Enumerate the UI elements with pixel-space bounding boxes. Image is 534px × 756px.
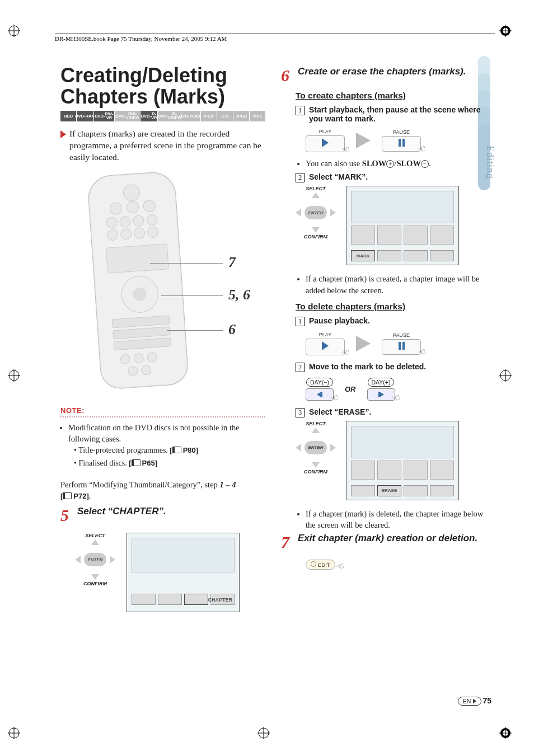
perform-instruction: Perform “Modifying Thumbnail/Category”, … <box>60 479 265 502</box>
arrow-right-icon <box>356 133 371 148</box>
format-badge: HDD <box>60 111 76 122</box>
substep-number: 1 <box>296 317 305 326</box>
hand-icon: ☜ <box>340 143 352 156</box>
tv-screen-chapter: CHAPTER <box>127 533 240 612</box>
select-confirm-pad: SELECT ENTER CONFIRM <box>75 533 115 586</box>
substep-number: 3 <box>296 408 305 417</box>
tv-screen-mark: MARK <box>346 186 459 265</box>
remote-icon <box>87 171 189 390</box>
format-badge: DVD-R-VR <box>140 111 158 122</box>
dotted-rule <box>60 416 265 417</box>
note-list: Modification on the DVD discs is not pos… <box>60 422 265 469</box>
format-badge: DVD-R-VIDEO <box>158 111 180 122</box>
pause-button-icon: ☜ <box>382 136 421 152</box>
confirm-label: CONFIRM <box>304 469 327 475</box>
day-minus-button: DAY(−) <box>306 378 333 387</box>
format-badge: JPEG <box>233 111 249 122</box>
step-5: 5 Select “CHAPTER”. SELECT ENTER CONFIRM <box>60 506 265 612</box>
hand-icon: ☜ <box>416 143 428 156</box>
hand-icon: ☜ <box>335 561 346 574</box>
substep-text: Select “MARK”. <box>309 172 368 181</box>
confirm-label: CONFIRM <box>83 581 107 586</box>
callout-step-5-6: 5, 6 <box>228 287 250 303</box>
pause-button-icon: ☜ <box>382 339 421 355</box>
crop-mark-icon <box>499 727 512 739</box>
note-heading: NOTE: <box>60 406 85 415</box>
play-button-icon: ☜ <box>306 135 345 152</box>
delete-heading: To delete chapters (marks) <box>296 302 486 312</box>
substep-text: Start playback, then pause at the scene … <box>309 105 486 123</box>
page-number: 75 <box>483 696 491 705</box>
tv-erase-label: ERASE <box>377 485 401 496</box>
pause-label: PAUSE <box>382 129 421 135</box>
left-column: Creating/Deleting Chapters (Marks) HDDDV… <box>60 62 265 612</box>
arrow-right-icon <box>473 699 476 703</box>
format-badge: MP3 <box>250 111 265 122</box>
book-icon <box>132 459 142 467</box>
step-title: Exit chapter (mark) creation or deletion… <box>298 533 477 544</box>
format-badge: DVD-VIDEO <box>181 111 200 122</box>
crop-mark-icon <box>499 25 512 37</box>
play-label: PLAY <box>306 332 345 337</box>
callout-step-7: 7 <box>228 254 236 271</box>
select-label: SELECT <box>85 533 105 538</box>
crop-mark-icon <box>8 25 20 37</box>
arrow-right-icon <box>60 130 66 138</box>
page-footer: EN75 <box>458 696 491 706</box>
skip-fwd-icon: ☜ <box>367 388 395 401</box>
hand-icon: ☜ <box>340 346 352 359</box>
format-badge: V-CD <box>201 111 217 122</box>
remote-illustration: 7 5, 6 6 <box>60 168 265 403</box>
page-title: Creating/Deleting Chapters (Marks) <box>60 65 265 107</box>
intro-block: If chapters (marks) are created in the r… <box>60 128 265 163</box>
callout-step-6: 6 <box>228 321 236 338</box>
substep-text: Move to the mark to be deleted. <box>309 362 426 371</box>
header-meta: DR-MH300SE.book Page 75 Thursday, Novemb… <box>55 34 495 42</box>
step-6: 6 Create or erase the chapters (marks). … <box>281 66 486 530</box>
enter-button-icon: ENTER <box>84 553 106 566</box>
slow-note: You can also use SLOW+/SLOW−. <box>306 158 486 169</box>
step-number: 6 <box>281 66 294 85</box>
substep-number: 2 <box>296 363 305 372</box>
select-confirm-pad: SELECT ENTER CONFIRM <box>296 421 336 475</box>
hand-icon: ☜ <box>391 392 402 405</box>
page-ref: [P80] <box>170 446 198 454</box>
hand-icon: ☜ <box>329 392 340 405</box>
skip-back-icon: ☜ <box>306 388 334 401</box>
crop-mark-icon <box>8 727 20 739</box>
day-plus-button: DAY(+) <box>368 378 395 387</box>
tv-mark-label: MARK <box>351 250 375 261</box>
step-number: 5 <box>60 506 74 525</box>
step-title: Select “CHAPTER”. <box>77 506 166 517</box>
crop-mark-icon <box>499 369 512 382</box>
substep-text: Pause playback. <box>309 316 370 325</box>
format-badge: DVD-RAM <box>77 111 93 122</box>
manual-page: DR-MH300SE.book Page 75 Thursday, Novemb… <box>0 0 534 756</box>
enter-button-icon: ENTER <box>305 441 327 454</box>
page-ref: [P65] <box>129 459 157 467</box>
create-heading: To create chapters (marks) <box>296 91 486 101</box>
substep-text: Select “ERASE”. <box>309 407 371 416</box>
section-tab-label: Editing <box>484 145 496 179</box>
substep-number: 2 <box>296 173 305 182</box>
select-confirm-pad: SELECT ENTER CONFIRM <box>296 186 336 240</box>
note-lead-text: Modification on the DVD discs is not pos… <box>68 423 240 443</box>
select-label: SELECT <box>306 186 326 191</box>
pause-label: PAUSE <box>382 332 421 338</box>
enter-button-icon: ENTER <box>305 206 327 219</box>
play-label: PLAY <box>306 129 345 134</box>
created-note: If a chapter (mark) is created, a chapte… <box>306 273 486 296</box>
deleted-note: If a chapter (mark) is deleted, the chap… <box>306 508 486 531</box>
format-badge: C D <box>217 111 233 122</box>
edit-button-icon: EDIT <box>306 560 335 570</box>
or-label: OR <box>345 385 356 393</box>
content-columns: Creating/Deleting Chapters (Marks) HDDDV… <box>60 62 486 612</box>
right-column: 6 Create or erase the chapters (marks). … <box>281 62 486 612</box>
tv-screen-erase: ERASE <box>346 421 459 500</box>
step-number: 7 <box>281 533 294 552</box>
lang-label: EN <box>463 698 471 705</box>
step-7: 7 Exit chapter (mark) creation or deleti… <box>281 533 486 570</box>
step-title: Create or erase the chapters (marks). <box>298 66 466 77</box>
tv-chapter-label: CHAPTER <box>208 597 232 603</box>
hand-icon: ☜ <box>416 346 428 359</box>
